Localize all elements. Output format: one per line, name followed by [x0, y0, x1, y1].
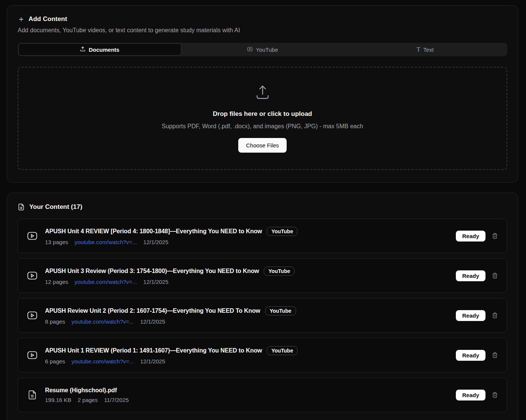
youtube-play-icon — [26, 270, 39, 281]
item-date: 12/1/2025 — [143, 239, 168, 245]
content-item-row: APUSH Unit 1 REVIEW (Period 1: 1491-1607… — [18, 338, 507, 372]
add-content-panel: Add Content Add documents, YouTube video… — [7, 5, 518, 183]
item-title: Resume (Highschool).pdf — [45, 387, 117, 394]
upload-icon — [254, 84, 271, 102]
delete-icon[interactable] — [492, 232, 498, 239]
item-size: 199.16 KB — [45, 397, 71, 403]
item-title: APUSH Unit 4 REVIEW [Period 4: 1800-1848… — [45, 228, 262, 235]
item-pages: 12 pages — [45, 279, 68, 285]
content-item-row: APUSH Review Unit 2 (Period 2: 1607-1754… — [18, 298, 507, 333]
file-dropzone[interactable]: Drop files here or click to upload Suppo… — [18, 67, 507, 170]
item-date: 11/7/2025 — [104, 397, 129, 403]
tab-text[interactable]: T Text — [344, 44, 506, 56]
upload-icon — [80, 46, 86, 53]
youtube-badge: YouTube — [265, 306, 296, 315]
item-pages: 13 pages — [45, 239, 68, 245]
tab-youtube[interactable]: YouTube — [181, 44, 344, 56]
tab-youtube-label: YouTube — [256, 46, 278, 53]
youtube-play-icon — [26, 310, 39, 321]
your-content-panel: Your Content (17) APUSH Unit 4 REVIEW [P… — [7, 193, 518, 420]
item-source-link[interactable]: youtube.com/watch?v=... — [71, 358, 134, 364]
item-title: APUSH Unit 1 REVIEW (Period 1: 1491-1607… — [45, 347, 262, 354]
item-title: APUSH Review Unit 2 (Period 2: 1607-1754… — [45, 308, 260, 314]
delete-icon[interactable] — [492, 352, 498, 358]
youtube-play-icon — [26, 230, 39, 242]
item-source-link[interactable]: youtube.com/watch?v=... — [71, 318, 134, 325]
youtube-badge: YouTube — [267, 227, 298, 236]
youtube-icon — [247, 46, 253, 53]
status-ready-button[interactable]: Ready — [456, 310, 485, 321]
content-item-row: APUSH Unit 4 REVIEW [Period 4: 1800-1848… — [18, 219, 507, 253]
item-title: APUSH Unit 3 Review (Period 3: 1754-1800… — [45, 268, 259, 274]
file-text-icon — [26, 389, 39, 401]
youtube-play-icon — [26, 350, 39, 361]
item-pages: 8 pages — [45, 318, 65, 325]
tab-documents-label: Documents — [89, 46, 119, 53]
file-text-icon — [18, 203, 25, 211]
status-ready-button[interactable]: Ready — [456, 231, 485, 242]
item-date: 12/1/2025 — [143, 279, 168, 285]
item-pages: 2 pages — [78, 397, 98, 403]
content-item-row: APUSH Unit 3 Review (Period 3: 1754-1800… — [18, 258, 507, 293]
dropzone-headline: Drop files here or click to upload — [213, 110, 312, 118]
content-item-row: Resume (Highschool).pdf 199.16 KB 2 page… — [18, 378, 507, 412]
item-source-link[interactable]: youtube.com/watch?v=... — [75, 239, 137, 245]
item-date: 12/1/2025 — [140, 358, 165, 364]
your-content-header: Your Content (17) — [18, 203, 507, 211]
item-pages: 6 pages — [45, 358, 65, 364]
your-content-title: Your Content (17) — [29, 203, 82, 211]
youtube-badge: YouTube — [267, 346, 298, 355]
youtube-badge: YouTube — [264, 267, 295, 276]
delete-icon[interactable] — [492, 312, 498, 319]
add-content-subtitle: Add documents, YouTube videos, or text c… — [18, 27, 507, 34]
choose-files-button[interactable]: Choose Files — [238, 138, 287, 153]
item-date: 12/1/2025 — [140, 318, 165, 325]
delete-icon[interactable] — [492, 392, 498, 398]
add-content-title: Add Content — [29, 15, 67, 23]
content-type-tabbar: Documents YouTube T Text — [18, 43, 507, 56]
status-ready-button[interactable]: Ready — [456, 270, 485, 281]
delete-icon[interactable] — [492, 272, 498, 279]
dropzone-supports-text: Supports PDF, Word (.pdf, .docx), and im… — [162, 123, 363, 130]
status-ready-button[interactable]: Ready — [456, 350, 485, 361]
tab-documents[interactable]: Documents — [18, 44, 181, 56]
item-source-link[interactable]: youtube.com/watch?v=... — [75, 279, 137, 285]
tab-text-label: Text — [423, 46, 434, 53]
add-content-header: Add Content — [18, 15, 507, 23]
text-icon: T — [417, 46, 421, 52]
status-ready-button[interactable]: Ready — [456, 390, 485, 400]
plus-icon — [18, 16, 25, 23]
